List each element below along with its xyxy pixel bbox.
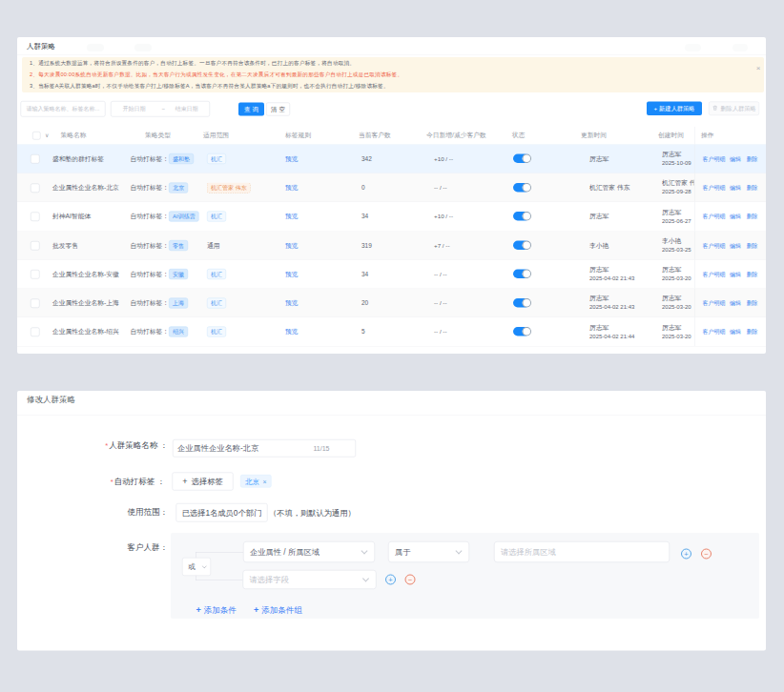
scope-text: 通用 xyxy=(207,231,220,259)
condition1-operator-select[interactable]: 属于 ∨ xyxy=(388,541,469,562)
customer-detail-link[interactable]: 客户明细 xyxy=(703,202,726,231)
table-row: 企业属性企业名称-北京 自动打标签：北京 机汇管家 伟东 预览 0 -- / -… xyxy=(17,173,766,202)
edit-link[interactable]: 编辑 xyxy=(730,260,741,289)
rule-preview-link[interactable]: 预览 xyxy=(285,202,299,231)
new-strategy-button[interactable]: + 新建人群策略 xyxy=(647,102,702,116)
crowd-strategy-panel: 人群策略 1、通过系统大数据运算，将符合所设置条件的客户，自动打上标签。一旦客户… xyxy=(17,37,766,354)
rule-preview-link[interactable]: 预览 xyxy=(285,173,299,202)
trash-icon xyxy=(712,105,718,112)
add-condition-icon[interactable]: + xyxy=(385,575,396,585)
edit-panel-title: 修改人群策略 xyxy=(27,395,75,406)
type-prefix: 自动打标签： xyxy=(131,271,170,278)
notice-line-3: 3、当标签A关联人群策略a时，不仅手动给某客户打上/移除标签A，当该客户不再符合… xyxy=(30,80,750,92)
customer-detail-link[interactable]: 客户明细 xyxy=(703,317,726,346)
ops-cell: 客户明细 编辑 删除 xyxy=(694,317,766,346)
type-tag-pill: 上海 xyxy=(169,297,188,308)
delete-link[interactable]: 删除 xyxy=(747,317,758,346)
select-tag-button[interactable]: +选择标签 xyxy=(173,473,234,491)
remove-condition-icon[interactable]: − xyxy=(701,549,712,560)
status-toggle[interactable] xyxy=(513,327,531,336)
crowd-label: 客户人群： xyxy=(34,541,168,554)
status-toggle[interactable] xyxy=(513,154,531,164)
remove-condition-icon[interactable]: − xyxy=(405,575,416,585)
panel-title: 人群策略 xyxy=(27,42,55,51)
toggle-knob xyxy=(523,327,532,336)
edit-link[interactable]: 编辑 xyxy=(730,145,741,173)
status-toggle[interactable] xyxy=(513,270,531,279)
delete-link[interactable]: 删除 xyxy=(747,260,758,289)
header-ghost-tab-2[interactable] xyxy=(134,44,152,51)
condition2-field-select[interactable]: 请选择字段 ∨ xyxy=(243,570,377,589)
delete-link[interactable]: 删除 xyxy=(747,289,758,317)
today-change: +7 / -- xyxy=(434,231,450,259)
scope-selector[interactable]: 已选择1名成员0个部门 xyxy=(176,503,268,522)
created-date: 2025-03-20 xyxy=(662,333,691,339)
add-condition-link[interactable]: +添加条件 xyxy=(196,604,237,616)
query-button[interactable]: 查 询 xyxy=(238,103,264,116)
add-condition-group-link[interactable]: +添加条件组 xyxy=(254,604,302,616)
row-checkbox[interactable] xyxy=(31,183,40,193)
select-caret-icon[interactable]: ∨ xyxy=(45,127,49,144)
edit-link[interactable]: 编辑 xyxy=(730,317,741,346)
row-checkbox[interactable] xyxy=(31,328,40,337)
status-toggle[interactable] xyxy=(513,298,531,308)
rule-preview-link[interactable]: 预览 xyxy=(285,231,299,259)
ops-cell: 客户明细 编辑 删除 xyxy=(694,231,766,259)
date-range-input[interactable]: 开始日期 ~ 结束日期 xyxy=(111,101,210,117)
banner-close-icon[interactable]: × xyxy=(753,62,764,73)
select-all-checkbox[interactable] xyxy=(32,132,41,140)
or-operator-select[interactable]: 或 ∨ xyxy=(182,558,211,576)
customer-detail-link[interactable]: 客户明细 xyxy=(703,173,726,202)
strategy-name-input[interactable]: 企业属性企业名称-北京 11/15 xyxy=(173,439,356,458)
rule-preview-link[interactable]: 预览 xyxy=(285,145,299,173)
plus-icon: + xyxy=(182,477,187,486)
customer-detail-link[interactable]: 客户明细 xyxy=(703,231,726,259)
required-asterisk: * xyxy=(111,478,113,486)
chip-close-icon[interactable]: × xyxy=(263,478,267,485)
toggle-knob xyxy=(523,298,532,308)
row-checkbox[interactable] xyxy=(31,298,40,308)
delete-link[interactable]: 删除 xyxy=(747,173,758,202)
created-date: 2025-03-20 xyxy=(662,304,691,311)
strategy-type: 自动打标签：北京 xyxy=(131,173,189,202)
page: 人群策略 1、通过系统大数据运算，将符合所设置条件的客户，自动打上标签。一旦客户… xyxy=(0,0,784,692)
tag-chip-beijing[interactable]: 北京× xyxy=(240,475,272,488)
rule-preview-link[interactable]: 预览 xyxy=(285,317,299,346)
edit-link[interactable]: 编辑 xyxy=(730,289,741,317)
row-checkbox[interactable] xyxy=(31,213,40,222)
customer-detail-link[interactable]: 客户明细 xyxy=(703,145,726,173)
condition1-value-input[interactable]: 请选择所属区域 xyxy=(494,541,670,562)
condition1-field-select[interactable]: 企业属性 / 所属区域 ∨ xyxy=(243,541,375,562)
header-ghost-tab-1[interactable] xyxy=(87,44,104,51)
delete-strategy-button[interactable]: 删除人群策略 xyxy=(709,102,759,116)
rule-preview-link[interactable]: 预览 xyxy=(285,260,299,289)
add-condition-icon[interactable]: + xyxy=(681,549,691,560)
delete-link[interactable]: 删除 xyxy=(747,145,758,173)
rule-preview-link[interactable]: 预览 xyxy=(285,289,299,317)
row-checkbox[interactable] xyxy=(31,154,40,164)
row-checkbox[interactable] xyxy=(31,270,40,279)
delete-link[interactable]: 删除 xyxy=(747,231,758,259)
header-ghost-button-1[interactable] xyxy=(685,44,701,51)
status-toggle[interactable] xyxy=(513,183,531,193)
edit-link[interactable]: 编辑 xyxy=(730,173,741,202)
delete-link[interactable]: 删除 xyxy=(747,202,758,231)
scope-tag: 机汇管家 伟东 xyxy=(207,173,251,202)
edit-link[interactable]: 编辑 xyxy=(730,231,741,259)
clear-button[interactable]: 清 空 xyxy=(266,103,290,116)
status-toggle[interactable] xyxy=(513,212,531,221)
current-count: 34 xyxy=(361,202,368,231)
edit-link[interactable]: 编辑 xyxy=(730,202,741,231)
toggle-knob xyxy=(523,212,532,221)
col-header-type: 策略类型 xyxy=(145,127,171,144)
status-toggle[interactable] xyxy=(513,240,531,250)
created-cell: 厉志军2025-03-20 xyxy=(662,265,694,282)
header-ghost-button-2[interactable] xyxy=(732,44,748,51)
strategy-name-value: 企业属性企业名称-北京 xyxy=(177,440,258,458)
row-checkbox[interactable] xyxy=(31,241,40,251)
customer-detail-link[interactable]: 客户明细 xyxy=(703,289,726,317)
strategy-name: 企业属性企业名称-上海 xyxy=(52,289,119,317)
customer-detail-link[interactable]: 客户明细 xyxy=(703,260,726,289)
search-input[interactable]: 请输入策略名称、标签名称... xyxy=(21,101,106,117)
table-row: 盛和塾的群打标签 自动打标签：盛和塾 机汇 预览 342 +10 / -- 厉志… xyxy=(17,145,766,173)
